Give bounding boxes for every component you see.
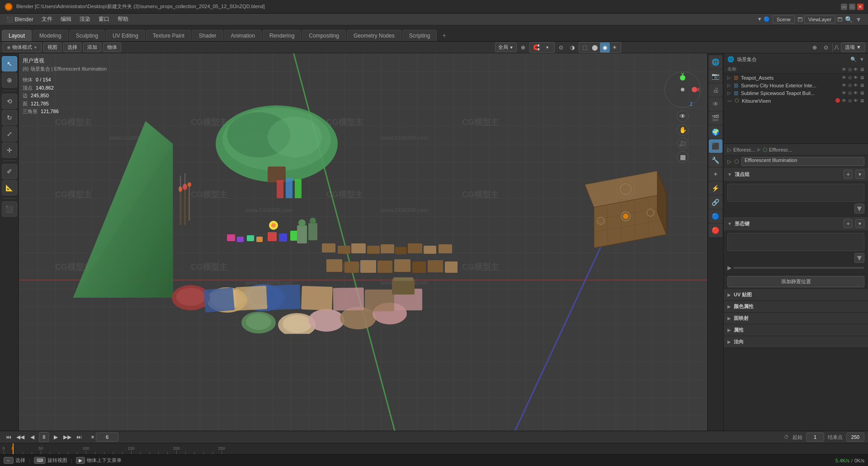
- outliner-sel-toggle-2[interactable]: ⊙: [848, 83, 852, 88]
- breadcrumb-part2[interactable]: Effloresc...: [769, 147, 793, 152]
- rendered-btn[interactable]: ☀: [610, 43, 620, 52]
- props-world-icon[interactable]: 🌍: [709, 125, 722, 139]
- prev-keyframe-btn[interactable]: ◀◀: [15, 432, 25, 442]
- outliner-sel-toggle[interactable]: ⊙: [848, 75, 852, 80]
- outliner-item-sublime[interactable]: ▷ ▥ Sublime Spicewood Teapot Buil... 👁 ⊙…: [724, 89, 868, 97]
- scene-selector[interactable]: Scene: [773, 15, 795, 24]
- tab-texture-paint[interactable]: Texture Paint: [146, 30, 191, 41]
- overlay-btn[interactable]: ⊙: [556, 43, 566, 52]
- props-render-icon[interactable]: 📷: [709, 69, 722, 83]
- jump-start-btn[interactable]: ⏮: [4, 432, 14, 442]
- prev-frame-btn[interactable]: ◀: [27, 432, 37, 442]
- menu-file[interactable]: 文件: [38, 14, 56, 24]
- tab-layout[interactable]: Layout: [2, 30, 32, 41]
- outliner-vis-toggle-4[interactable]: 👁: [842, 98, 846, 103]
- props-scene-icon[interactable]: 🌐: [709, 55, 722, 69]
- close-button[interactable]: ✕: [857, 4, 863, 10]
- outliner-vis-toggle-3[interactable]: 👁: [842, 90, 846, 95]
- end-frame-input[interactable]: [846, 433, 864, 442]
- props-material-icon[interactable]: 🔴: [709, 223, 722, 237]
- scale-tool[interactable]: ⤢: [2, 126, 17, 142]
- 3d-viewport[interactable]: CG模型主 CG模型主 CG模型主 CG模型主 CG模型主 CG模型主 CG模型…: [19, 53, 707, 431]
- outliner-search-icon[interactable]: 🔍: [850, 57, 857, 62]
- options-toggle[interactable]: 选项 ▼: [841, 43, 865, 52]
- outliner-item-sumeru[interactable]: ▷ ▥ Sumeru City House Exterior Inte... 👁…: [724, 81, 868, 89]
- add-menu[interactable]: 添加: [83, 43, 101, 52]
- scene-name-field[interactable]: Efflorescent Illumination: [741, 157, 864, 166]
- tab-compositing[interactable]: Compositing: [302, 30, 346, 41]
- menu-edit[interactable]: 编辑: [57, 14, 75, 24]
- view-grid-btn[interactable]: ▦: [677, 151, 689, 163]
- cursor-tool[interactable]: ⊕: [2, 72, 17, 88]
- snap-dropdown[interactable]: ▼: [542, 43, 552, 52]
- shape-keys-dropdown[interactable]: ▼: [855, 219, 864, 228]
- rotate-tool[interactable]: ↻: [2, 110, 17, 125]
- tab-sculpting[interactable]: Sculpting: [69, 30, 105, 41]
- tab-animation[interactable]: Animation: [224, 30, 262, 41]
- select-tool[interactable]: ↖: [2, 56, 17, 71]
- snap-icon[interactable]: 🧲: [532, 43, 542, 52]
- props-data-icon[interactable]: 🔵: [709, 209, 722, 223]
- solid-btn[interactable]: ⬤: [590, 43, 600, 52]
- view-menu[interactable]: 视图: [43, 43, 61, 52]
- outliner-sel-toggle-4[interactable]: ⊙: [848, 98, 852, 103]
- outliner-item-teapot[interactable]: ▷ ▥ Teapot_Assets 👁 ⊙ 👁 🖥: [724, 74, 868, 81]
- select-menu[interactable]: 选择: [63, 43, 81, 52]
- outliner-hide-toggle-3[interactable]: 👁: [854, 90, 858, 95]
- props-physics-icon[interactable]: ⚡: [709, 181, 722, 195]
- tab-modeling[interactable]: Modeling: [33, 30, 68, 41]
- annotate-tool[interactable]: ✐: [2, 164, 17, 179]
- move-tool[interactable]: ⟲: [2, 94, 17, 109]
- material-btn[interactable]: ◉: [600, 43, 610, 52]
- tab-shader[interactable]: Shader: [192, 30, 223, 41]
- vertex-groups-header[interactable]: ▼ 顶点组 + ▼: [724, 167, 868, 181]
- minimize-button[interactable]: —: [841, 4, 847, 10]
- outliner-filter-icon[interactable]: ▼: [859, 57, 864, 62]
- outliner-mon-toggle-2[interactable]: 🖥: [860, 83, 864, 88]
- object-menu[interactable]: 物体: [103, 43, 121, 52]
- add-rest-position-btn[interactable]: 添加静置位置: [727, 276, 864, 287]
- outliner-hide-toggle[interactable]: 👁: [854, 75, 858, 80]
- vertex-groups-dropdown[interactable]: ▼: [855, 170, 864, 179]
- outliner-vis-toggle-2[interactable]: 👁: [842, 83, 846, 88]
- tab-geometry-nodes[interactable]: Geometry Nodes: [347, 30, 401, 41]
- props-object-icon[interactable]: ⬛: [709, 139, 722, 153]
- transform-tool[interactable]: ✛: [2, 143, 17, 158]
- maximize-button[interactable]: □: [849, 4, 855, 10]
- nav-gizmo[interactable]: X Y Z: [665, 71, 701, 108]
- outliner-hide-toggle-2[interactable]: 👁: [854, 83, 858, 88]
- shape-keys-play-btn[interactable]: ▶: [727, 265, 731, 271]
- props-view-icon[interactable]: 👁: [709, 97, 722, 111]
- face-maps-header[interactable]: ▶ 面映射: [724, 313, 868, 324]
- engine-selector[interactable]: ▼ 🔵: [757, 16, 770, 22]
- add-cube-tool[interactable]: ⬛: [2, 201, 17, 217]
- breadcrumb-part1[interactable]: Efloresc...: [733, 147, 755, 152]
- next-frame-btn[interactable]: ▶: [51, 432, 61, 442]
- current-frame-input[interactable]: [96, 433, 118, 442]
- props-constraints-icon[interactable]: 🔗: [709, 195, 722, 209]
- timeline-ruler[interactable]: 0 6 50 100 150 200 250: [0, 443, 868, 454]
- search-header-icon[interactable]: 🔍: [845, 16, 853, 23]
- wireframe-btn[interactable]: ⬚: [580, 43, 590, 52]
- outliner-mon-toggle-4[interactable]: 🖥: [860, 98, 864, 103]
- props-output-icon[interactable]: 🖨: [709, 83, 722, 97]
- normals-header[interactable]: ▶ 法向: [724, 336, 868, 347]
- outliner-sel-toggle-3[interactable]: ⊙: [848, 90, 852, 95]
- menu-blender[interactable]: ⬛ Blender: [3, 15, 37, 24]
- tab-scripting[interactable]: Scripting: [402, 30, 437, 41]
- vertex-groups-chevron-down[interactable]: ▼: [854, 204, 864, 214]
- shape-keys-add-btn[interactable]: +: [844, 219, 853, 228]
- view-move-btn[interactable]: ✋: [677, 124, 689, 136]
- menu-help[interactable]: 帮助: [114, 14, 132, 24]
- play-pause-btn[interactable]: ⏸: [39, 432, 49, 442]
- xray-btn[interactable]: ◑: [567, 43, 577, 52]
- outliner-mon-toggle[interactable]: 🖥: [860, 75, 864, 80]
- measure-tool[interactable]: 📐: [2, 180, 17, 195]
- add-workspace-button[interactable]: +: [438, 29, 450, 41]
- menu-window[interactable]: 窗口: [95, 14, 113, 24]
- proportional-edit-btn[interactable]: ⊕: [518, 43, 528, 52]
- next-keyframe-btn[interactable]: ▶▶: [62, 432, 72, 442]
- props-modifier-icon[interactable]: 🔧: [709, 153, 722, 167]
- vertex-groups-add-btn[interactable]: +: [844, 170, 853, 179]
- outliner-vis-toggle[interactable]: 👁: [842, 75, 846, 80]
